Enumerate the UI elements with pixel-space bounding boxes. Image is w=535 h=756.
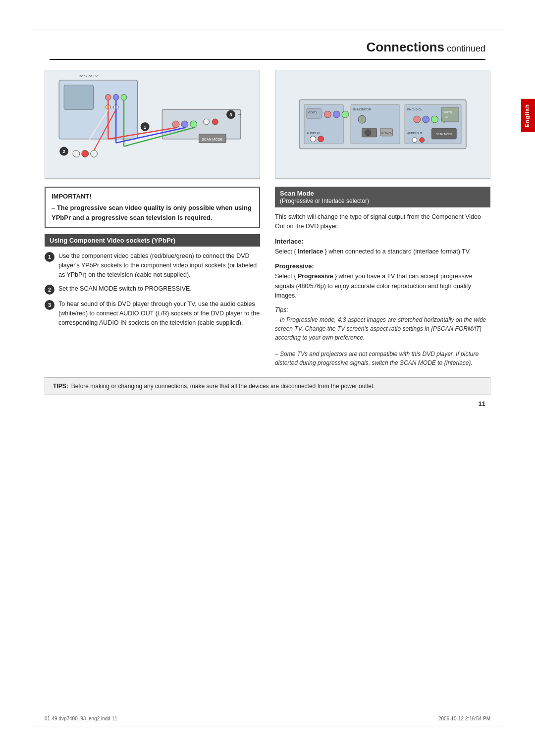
step-text-3: To hear sound of this DVD player through… <box>58 300 260 327</box>
svg-point-55 <box>423 116 429 123</box>
footer: 01-49 dvp7400_93_eng2.indd 11 2006-10-12… <box>45 716 490 721</box>
step-text-2: Set the SCAN MODE switch to PROGRESSIVE. <box>58 284 192 295</box>
svg-text:IN: IN <box>445 116 448 119</box>
svg-point-3 <box>105 95 111 101</box>
progressive-text: Select { Progressive } when you have a T… <box>275 272 490 301</box>
svg-point-56 <box>431 116 438 123</box>
svg-point-18 <box>212 119 218 125</box>
svg-text:VIDEO: VIDEO <box>308 111 317 114</box>
svg-text:Pb Cr B/Cb: Pb Cr B/Cb <box>407 108 423 111</box>
tips-bar: TIPS: Before making or changing any conn… <box>45 377 490 395</box>
svg-text:SCAN MODE: SCAN MODE <box>436 133 452 136</box>
tips-bar-label: TIPS: <box>53 382 68 391</box>
svg-rect-63 <box>441 107 459 122</box>
content-area: Back of TV <box>45 70 490 367</box>
svg-text:2: 2 <box>62 149 65 154</box>
page-title: Connections continued <box>50 40 485 60</box>
svg-point-32 <box>91 151 98 157</box>
svg-point-4 <box>113 95 119 101</box>
svg-point-41 <box>342 111 349 118</box>
left-diagram: Back of TV <box>45 70 260 179</box>
svg-text:OPTICAL: OPTICAL <box>381 132 392 134</box>
svg-point-60 <box>420 138 425 143</box>
right-column: VIDEO AUDIO IN IN-MONITOR OPTICAL <box>275 70 490 367</box>
footer-left: 01-49 dvp7400_93_eng2.indd 11 <box>45 716 117 721</box>
svg-point-44 <box>318 136 324 142</box>
step-text-1: Use the component video cables (red/blue… <box>58 252 260 279</box>
page-number: 11 <box>50 400 485 407</box>
tips-label: Tips: <box>275 306 490 313</box>
interlace-header: Interlace: <box>275 238 490 245</box>
tips-text-1: – In Progressive mode, 4:3 aspect images… <box>275 315 490 342</box>
important-box: IMPORTANT! – The progressive scan video … <box>45 187 260 228</box>
svg-point-40 <box>333 111 340 118</box>
tips-text-2: – Some TVs and projectors are not compat… <box>275 350 490 367</box>
step-num-3: 3 <box>45 300 54 310</box>
svg-point-31 <box>82 151 89 157</box>
svg-point-5 <box>121 95 127 101</box>
svg-point-59 <box>412 138 417 143</box>
tips-bar-text: Before making or changing any connection… <box>71 382 375 391</box>
interlace-text: Select { Interlace } when connected to a… <box>275 247 490 256</box>
svg-point-17 <box>204 119 210 125</box>
border-top <box>30 30 505 30</box>
left-column: Back of TV <box>45 70 260 367</box>
progressive-header: Progressive: <box>275 262 490 270</box>
svg-point-47 <box>358 115 366 123</box>
svg-point-43 <box>310 136 316 142</box>
svg-text:SCAN MODE: SCAN MODE <box>202 138 222 141</box>
steps-list: 1 Use the component video cables (red/bl… <box>45 252 260 328</box>
step-num-1: 1 <box>45 252 54 262</box>
step-num-2: 2 <box>45 285 54 295</box>
svg-point-16 <box>190 121 197 128</box>
svg-point-54 <box>414 116 421 123</box>
component-header: Using Component Video sockets (YPbPr) <box>45 234 260 247</box>
svg-text:DIGITAL: DIGITAL <box>442 111 453 114</box>
important-text: – The progressive scan video quality is … <box>52 203 253 222</box>
scan-mode-subtitle: (Progressive or Interlace selector) <box>280 198 369 204</box>
svg-rect-2 <box>64 85 93 110</box>
border-left <box>30 30 30 726</box>
svg-text:AUDIO IN: AUDIO IN <box>307 132 320 135</box>
svg-text:Back of TV: Back of TV <box>79 74 98 78</box>
border-bottom <box>30 726 505 726</box>
svg-text:1: 1 <box>144 124 147 130</box>
footer-right: 2006-10-12 2:16:54 PM <box>438 716 490 721</box>
step-1: 1 Use the component video cables (red/bl… <box>45 252 260 279</box>
svg-point-49 <box>365 130 371 136</box>
svg-text:IN-MONITOR: IN-MONITOR <box>353 108 372 111</box>
svg-text:←: ← <box>135 123 141 130</box>
important-title: IMPORTANT! <box>52 193 253 200</box>
svg-point-39 <box>324 111 331 118</box>
svg-point-14 <box>172 121 179 128</box>
border-right <box>505 30 505 726</box>
svg-point-30 <box>73 151 80 157</box>
right-diagram: VIDEO AUDIO IN IN-MONITOR OPTICAL <box>275 70 490 179</box>
step-2: 2 Set the SCAN MODE switch to PROGRESSIV… <box>45 284 260 295</box>
svg-text:AUDIO OUT: AUDIO OUT <box>407 132 423 135</box>
tips-section: Tips: – In Progressive mode, 4:3 aspect … <box>275 306 490 367</box>
svg-point-15 <box>181 121 188 128</box>
scan-mode-header: Scan Mode (Progressive or Interlace sele… <box>275 187 490 207</box>
scan-mode-title: Scan Mode <box>280 190 314 197</box>
svg-text:→: → <box>237 111 243 118</box>
language-tab: English <box>521 99 535 132</box>
step-3: 3 To hear sound of this DVD player throu… <box>45 300 260 327</box>
svg-text:3: 3 <box>229 112 232 117</box>
scan-intro-text: This switch will change the type of sign… <box>275 212 490 232</box>
